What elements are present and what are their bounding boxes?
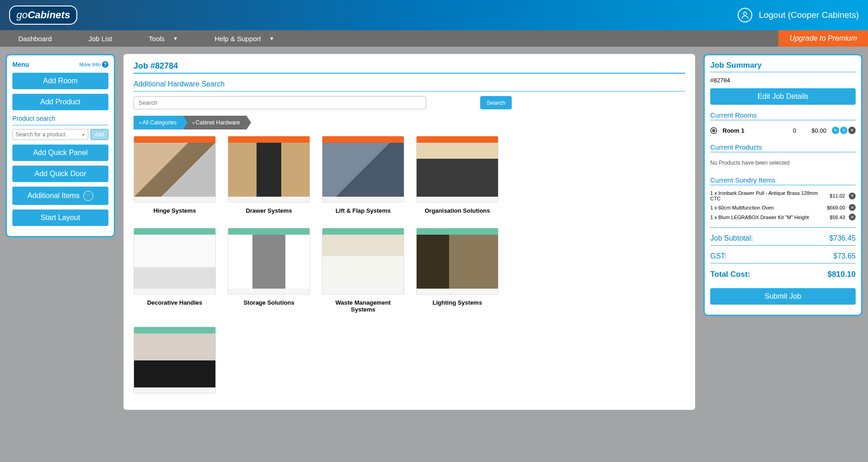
category-thumbnail	[134, 235, 215, 289]
total-row: Total Cost: $810.10	[710, 267, 856, 282]
logo[interactable]: goCabinets	[9, 5, 77, 25]
category-label: Organisation Solutions	[416, 203, 498, 219]
category-thumbnail	[228, 143, 310, 197]
breadcrumb-all-categories[interactable]: »All Categories	[134, 116, 183, 129]
product-search-add-button[interactable]: Add	[91, 129, 108, 140]
category-bar	[228, 136, 310, 143]
delete-icon[interactable]: ✕	[848, 127, 856, 134]
sundry-price: $669.00	[820, 205, 845, 210]
more-info-link[interactable]: More Info?	[80, 61, 108, 68]
logo-prefix: go	[16, 9, 27, 21]
subtotal-row: Job Subtotal: $736.45	[710, 231, 856, 245]
category-image	[134, 327, 216, 393]
category-thumbnail	[417, 235, 498, 289]
copy-icon[interactable]: ⎘	[840, 127, 847, 134]
room-name: Room 1	[720, 127, 780, 134]
category-bar	[134, 136, 215, 143]
job-summary: Job Summary #82784 Edit Job Details Curr…	[703, 54, 863, 316]
category-card[interactable]: Lift & Flap Systems	[322, 136, 404, 219]
category-bar	[134, 327, 215, 333]
upgrade-premium-button[interactable]: Upgrade to Premium	[778, 30, 868, 47]
sundry-row: 1 x Blum LEGRABOX Drawer Kit "M" Height …	[710, 212, 856, 222]
add-product-button[interactable]: Add Product	[12, 94, 108, 110]
category-card[interactable]: Hinge Systems	[134, 136, 216, 219]
sundry-title: Current Sundry Items	[710, 176, 856, 184]
sidebar: Menu More Info? Add Room Add Product Pro…	[5, 54, 115, 237]
category-bar	[228, 228, 310, 235]
category-label: Waste Management Systems	[322, 295, 404, 317]
category-card[interactable]: Drawer Systems	[228, 136, 310, 219]
nav-tools[interactable]: Tools▼	[130, 30, 196, 47]
breadcrumb-cabinet-hardware[interactable]: »Cabinet Hardware	[183, 116, 246, 129]
submit-job-button[interactable]: Submit Job	[710, 288, 856, 305]
category-image	[322, 228, 404, 295]
app-header: goCabinets Logout (Cooper Cabinets)	[0, 0, 868, 30]
category-label: Storage Solutions	[228, 295, 310, 311]
room-row: Room 1 0 $0.00 ✎ ⎘ ✕	[710, 124, 856, 137]
chevron-icon: »	[192, 120, 194, 125]
category-image	[228, 228, 310, 295]
delete-icon[interactable]: ✕	[849, 204, 856, 211]
hardware-search-button[interactable]: Search	[480, 96, 512, 109]
chevron-icon: »	[139, 120, 141, 125]
category-thumbnail	[134, 143, 215, 197]
category-image	[228, 136, 310, 203]
logo-text: Cabinets	[27, 9, 70, 21]
category-image	[416, 228, 498, 295]
add-quick-panel-button[interactable]: Add Quick Panel	[12, 145, 108, 161]
category-thumbnail	[322, 143, 404, 197]
category-card[interactable]	[134, 327, 216, 403]
sundry-name: 1 x 60cm Multifunction Oven	[710, 205, 820, 210]
sundry-list: 1 x Ironbark Drawer Pull - Antique Brass…	[710, 189, 856, 222]
category-card[interactable]: Waste Management Systems	[322, 228, 404, 317]
category-bar	[322, 228, 404, 235]
user-area: Logout (Cooper Cabinets)	[738, 8, 859, 22]
summary-title: Job Summary	[710, 61, 856, 70]
category-image	[416, 136, 498, 203]
category-card[interactable]: Storage Solutions	[228, 228, 310, 317]
room-qty: 0	[782, 127, 796, 134]
logout-link[interactable]: Logout (Cooper Cabinets)	[759, 10, 859, 20]
nav-dashboard[interactable]: Dashboard	[0, 30, 70, 47]
chevron-down-icon: ▼	[173, 36, 178, 41]
add-quick-door-button[interactable]: Add Quick Door	[12, 166, 108, 182]
sundry-row: 1 x Ironbark Drawer Pull - Antique Brass…	[710, 189, 856, 203]
breadcrumb: »All Categories »Cabinet Hardware	[134, 116, 685, 129]
hardware-search-input[interactable]	[134, 96, 426, 109]
chevron-down-icon: ▼	[269, 36, 274, 41]
nav-joblist[interactable]: Job List	[70, 30, 130, 47]
navbar: Dashboard Job List Tools▼ Help & Support…	[0, 30, 868, 47]
category-thumbnail	[134, 333, 215, 387]
category-label: Lift & Flap Systems	[322, 203, 404, 219]
sundry-price: $56.43	[820, 215, 845, 220]
category-thumbnail	[228, 235, 310, 289]
edit-job-details-button[interactable]: Edit Job Details	[710, 88, 856, 105]
rooms-list: Room 1 0 $0.00 ✎ ⎘ ✕	[710, 124, 856, 137]
category-card[interactable]: Lighting Systems	[416, 228, 498, 317]
additional-items-button[interactable]: Additional Items🛒	[12, 187, 108, 205]
sundry-name: 1 x Blum LEGRABOX Drawer Kit "M" Height	[710, 215, 820, 220]
category-thumbnail	[322, 235, 404, 289]
category-image	[134, 228, 216, 295]
summary-job-number: #82784	[710, 77, 856, 84]
category-card[interactable]: Organisation Solutions	[416, 136, 498, 219]
product-search-input[interactable]	[12, 129, 88, 140]
sundry-name: 1 x Ironbark Drawer Pull - Antique Brass…	[710, 190, 820, 201]
edit-icon[interactable]: ✎	[832, 127, 839, 134]
room-price: $0.00	[799, 127, 826, 134]
delete-icon[interactable]: ✕	[849, 193, 856, 199]
current-products-title: Current Products	[710, 143, 856, 151]
category-label: Hinge Systems	[134, 203, 216, 219]
start-layout-button[interactable]: Start Layout	[12, 210, 108, 226]
product-search-title: Product search	[12, 115, 108, 122]
sundry-price: $11.02	[820, 193, 845, 199]
sidebar-title: Menu	[12, 61, 29, 68]
delete-icon[interactable]: ✕	[849, 214, 856, 220]
nav-help[interactable]: Help & Support▼	[196, 30, 293, 47]
job-title: Job #82784	[134, 61, 685, 71]
category-label: Lighting Systems	[416, 295, 498, 311]
add-room-button[interactable]: Add Room	[12, 73, 108, 89]
category-label: Drawer Systems	[228, 203, 310, 219]
category-card[interactable]: Decorative Handles	[134, 228, 216, 317]
room-radio[interactable]	[710, 127, 717, 134]
